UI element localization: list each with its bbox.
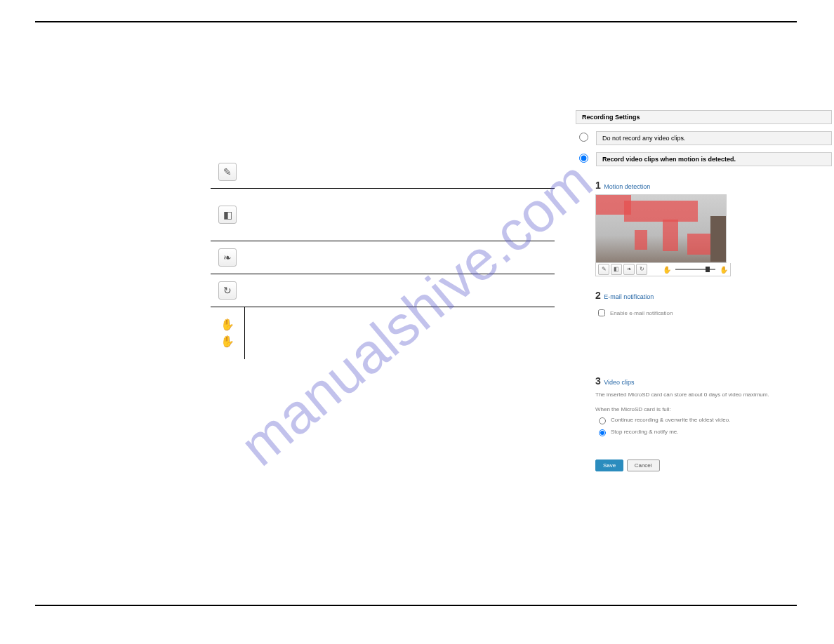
table-row: ✋ ✋ [211,307,555,360]
section-number: 3 [595,375,601,387]
tb-brush-icon[interactable]: ❧ [623,264,635,275]
tb-hand-dark-icon: ✋ [720,266,728,274]
section-title: Motion detection [604,183,650,190]
section-title: Video clips [604,379,634,386]
storage-info-text: The inserted MicroSD card can store abou… [595,391,832,398]
radio-stop-notify[interactable] [599,429,606,436]
radio-record-motion[interactable] [579,154,588,163]
radio-overwrite[interactable] [599,417,606,424]
desc-pencil [244,156,555,189]
pencil-icon: ✎ [218,163,237,181]
table-row: ✎ [211,156,555,189]
tb-hand-light-icon: ✋ [663,266,671,274]
desc-brush [244,241,555,274]
tb-refresh-icon[interactable]: ↻ [636,264,647,275]
section-title: E-mail notification [604,293,654,300]
motion-preview[interactable] [595,194,727,263]
label-enable-email: Enable e-mail notification [610,310,673,316]
panel-header: Recording Settings [576,110,832,124]
full-label: When the MicroSD card is full: [595,406,832,412]
save-button[interactable]: Save [595,459,623,471]
label-overwrite: Continue recording & overwrite the oldes… [611,417,730,423]
refresh-icon: ↻ [218,281,237,300]
motion-toolbar: ✎ ◧ ❧ ↻ ✋ ✋ [595,263,731,276]
label-stop-notify: Stop recording & notify me. [611,429,679,435]
recording-settings-panel: Recording Settings Do not record any vid… [576,110,832,471]
radio-label-motion: Record video clips when motion is detect… [596,152,832,166]
button-row: Save Cancel [595,457,832,471]
desc-refresh [244,274,555,307]
section-email-notification: 2 E-mail notification Enable e-mail noti… [595,289,832,318]
eraser-icon: ◧ [218,206,237,224]
tb-eraser-icon[interactable]: ◧ [611,264,622,275]
section-number: 2 [595,290,601,301]
section-video-clips: 3 Video clips The inserted MicroSD card … [595,375,832,436]
radio-label-none: Do not record any video clips. [596,131,832,145]
desc-eraser [244,189,555,241]
hand-dark-icon: ✋ [219,333,236,350]
section-number: 1 [595,180,601,191]
hand-light-icon: ✋ [219,316,236,333]
desc-hands [244,307,555,360]
cancel-button[interactable]: Cancel [627,459,660,471]
section-motion-detection: 1 Motion detection ✎ ◧ ❧ ↻ ✋ ✋ [595,179,832,276]
icon-legend-table: ✎ ◧ ❧ ↻ ✋ ✋ [211,156,555,359]
table-row: ◧ [211,189,555,241]
table-row: ↻ [211,274,555,307]
sensitivity-slider[interactable] [675,269,715,270]
tb-pencil-icon[interactable]: ✎ [598,264,609,275]
table-row: ❧ [211,241,555,274]
checkbox-enable-email[interactable] [598,309,605,316]
radio-do-not-record[interactable] [579,133,588,142]
brush-icon: ❧ [218,248,237,267]
